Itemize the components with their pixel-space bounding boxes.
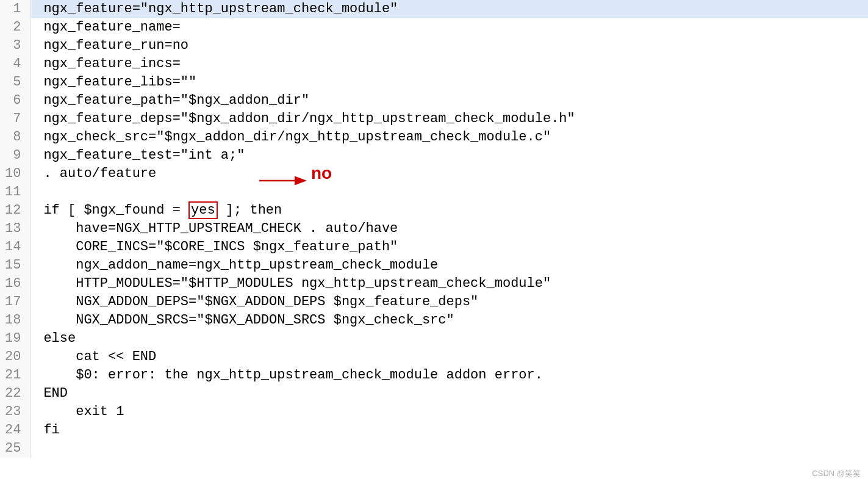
line-number: 2 <box>0 18 31 37</box>
line-content: exit 1 <box>31 403 868 421</box>
line-number: 14 <box>0 238 31 256</box>
watermark: CSDN @笑笑 <box>812 468 861 479</box>
line-number: 5 <box>0 73 31 92</box>
line-content: ngx_feature_libs="" <box>31 73 868 92</box>
line-content: ngx_feature_test="int a;" <box>31 146 868 165</box>
line-number: 21 <box>0 366 31 385</box>
line-content: END <box>31 385 868 403</box>
code-container: 1ngx_feature="ngx_http_upstream_check_mo… <box>0 0 868 484</box>
line-content: ngx_feature_incs= <box>31 55 868 73</box>
line-content: . auto/feature <box>31 165 868 183</box>
line-content <box>31 439 868 458</box>
line-number: 13 <box>0 220 31 238</box>
yes-highlight: yes <box>188 201 218 219</box>
line-content: ngx_feature_deps="$ngx_addon_dir/ngx_htt… <box>31 110 868 128</box>
line-number: 8 <box>0 128 31 146</box>
line-content: ngx_feature_run=no <box>31 37 868 55</box>
line-content: fi <box>31 421 868 439</box>
line-content: ngx_check_src="$ngx_addon_dir/ngx_http_u… <box>31 128 868 146</box>
line-number: 1 <box>0 0 31 18</box>
line-number: 6 <box>0 92 31 110</box>
line-number: 12 <box>0 201 31 220</box>
line-number: 23 <box>0 403 31 421</box>
line-number: 24 <box>0 421 31 439</box>
line-content: else <box>31 330 868 348</box>
line-number: 11 <box>0 183 31 201</box>
line-content: NGX_ADDON_SRCS="$NGX_ADDON_SRCS $ngx_che… <box>31 311 868 330</box>
line-number: 3 <box>0 37 31 55</box>
line-content: ngx_feature_path="$ngx_addon_dir" <box>31 92 868 110</box>
line-number: 10 <box>0 165 31 183</box>
line-content: ngx_addon_name=ngx_http_upstream_check_m… <box>31 256 868 275</box>
line-content: NGX_ADDON_DEPS="$NGX_ADDON_DEPS $ngx_fea… <box>31 293 868 311</box>
line-number: 15 <box>0 256 31 275</box>
line-number: 22 <box>0 385 31 403</box>
line-content: cat << END <box>31 348 868 366</box>
line-number: 9 <box>0 146 31 165</box>
line-number: 18 <box>0 311 31 330</box>
line-number: 25 <box>0 439 31 458</box>
line-content: $0: error: the ngx_http_upstream_check_m… <box>31 366 868 385</box>
code-table: 1ngx_feature="ngx_http_upstream_check_mo… <box>0 0 868 458</box>
line-number: 7 <box>0 110 31 128</box>
line-number: 20 <box>0 348 31 366</box>
line-content: ngx_feature="ngx_http_upstream_check_mod… <box>31 0 868 18</box>
line-content: HTTP_MODULES="$HTTP_MODULES ngx_http_ups… <box>31 275 868 293</box>
line-content: if [ $ngx_found = yes ]; then <box>31 201 868 220</box>
line-content <box>31 183 868 201</box>
line-number: 17 <box>0 293 31 311</box>
line-content: CORE_INCS="$CORE_INCS $ngx_feature_path" <box>31 238 868 256</box>
line-number: 19 <box>0 330 31 348</box>
line-content: have=NGX_HTTP_UPSTREAM_CHECK . auto/have <box>31 220 868 238</box>
line-number: 16 <box>0 275 31 293</box>
line-content: ngx_feature_name= <box>31 18 868 37</box>
line-number: 4 <box>0 55 31 73</box>
